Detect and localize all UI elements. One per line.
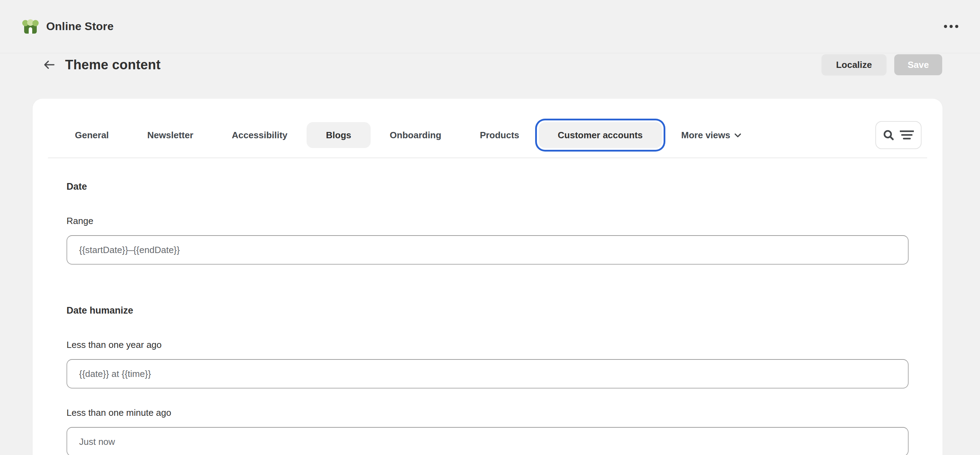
search-icon — [883, 129, 894, 141]
online-store-icon — [22, 18, 39, 35]
field-label-range: Range — [67, 215, 908, 227]
tab-bar: General Newsletter Accessibility Blogs O… — [33, 99, 943, 158]
chevron-down-icon — [734, 133, 741, 138]
horizontal-dots-icon[interactable] — [940, 21, 962, 32]
field-label-less-than-one-minute-ago: Less than one minute ago — [67, 407, 908, 418]
tab-customer-accounts[interactable]: Customer accounts — [539, 122, 662, 148]
section-heading-date: Date — [67, 181, 908, 192]
tab-more-views[interactable]: More views — [662, 122, 760, 148]
localize-button[interactable]: Localize — [821, 54, 887, 75]
translation-form: Date Range Date humanize Less than one y… — [33, 158, 943, 455]
tab-onboarding[interactable]: Onboarding — [371, 122, 461, 148]
field-label-less-than-one-year-ago: Less than one year ago — [67, 339, 908, 351]
less-than-one-minute-ago-input[interactable] — [67, 427, 908, 455]
tab-general[interactable]: General — [56, 122, 128, 148]
app-title: Online Store — [46, 20, 114, 33]
section-heading-date-humanize: Date humanize — [67, 304, 908, 317]
tab-accessibility[interactable]: Accessibility — [212, 122, 307, 148]
range-input[interactable] — [67, 235, 908, 265]
search-and-filter-button[interactable] — [875, 121, 921, 149]
theme-content-card: General Newsletter Accessibility Blogs O… — [33, 99, 943, 455]
header-actions: Localize Save — [821, 54, 942, 75]
tab-products[interactable]: Products — [461, 122, 539, 148]
back-arrow-icon[interactable] — [42, 58, 56, 72]
less-than-one-year-ago-input[interactable] — [67, 359, 908, 388]
tab-blogs[interactable]: Blogs — [307, 122, 370, 148]
tab-newsletter[interactable]: Newsletter — [128, 122, 213, 148]
page-header: Theme content Localize Save — [0, 54, 980, 76]
filter-lines-icon — [900, 130, 914, 140]
save-button[interactable]: Save — [894, 54, 942, 75]
app-bar: Online Store — [0, 0, 980, 53]
page-title: Theme content — [65, 57, 161, 72]
